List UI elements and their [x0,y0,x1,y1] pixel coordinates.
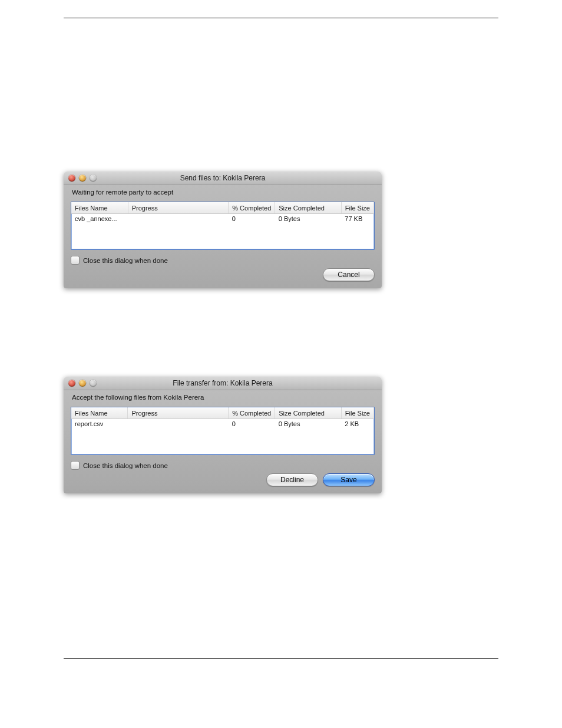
cell-filename: cvb _annexe... [71,214,128,224]
col-file-size[interactable]: File Size [341,407,373,419]
close-when-done-label: Close this dialog when done [83,257,168,264]
cell-pct-completed: 0 [229,419,275,429]
col-filename[interactable]: Files Name [71,202,128,214]
zoom-icon[interactable] [90,380,97,387]
minimize-icon[interactable] [79,174,86,182]
cancel-button[interactable]: Cancel [323,268,375,281]
bottom-rule [64,658,498,659]
window-title: Send files to: Kokila Perera [64,174,382,182]
cell-pct-completed: 0 [229,214,275,224]
window-controls [64,380,97,387]
save-button[interactable]: Save [323,473,375,486]
titlebar[interactable]: Send files to: Kokila Perera [64,172,382,185]
col-pct-completed[interactable]: % Completed [229,407,275,419]
col-pct-completed[interactable]: % Completed [229,202,275,214]
window-controls [64,174,97,182]
decline-button[interactable]: Decline [266,473,318,486]
close-icon[interactable] [68,380,75,387]
col-filename[interactable]: Files Name [71,407,128,419]
status-text: Accept the following files from Kokila P… [72,394,375,401]
receive-files-dialog: File transfer from: Kokila Perera Accept… [64,377,382,493]
cell-size-completed: 0 Bytes [275,419,342,429]
close-when-done-checkbox[interactable] [71,256,80,265]
table-header-row: Files Name Progress % Completed Size Com… [71,202,374,214]
close-when-done-checkbox[interactable] [71,461,80,470]
cell-progress [128,419,229,429]
window-title: File transfer from: Kokila Perera [64,379,382,387]
col-progress[interactable]: Progress [128,407,229,419]
col-progress[interactable]: Progress [128,202,229,214]
file-table: Files Name Progress % Completed Size Com… [71,202,375,250]
close-when-done-label: Close this dialog when done [83,462,168,469]
col-size-completed[interactable]: Size Completed [275,407,342,419]
col-file-size[interactable]: File Size [341,202,373,214]
cell-filename: report.csv [71,419,128,429]
zoom-icon[interactable] [90,174,97,182]
cell-size-completed: 0 Bytes [275,214,342,224]
send-files-dialog: Send files to: Kokila Perera Waiting for… [64,172,382,288]
table-row[interactable]: cvb _annexe... 0 0 Bytes 77 KB [71,214,374,224]
close-icon[interactable] [68,174,75,182]
cell-file-size: 77 KB [341,214,373,224]
status-text: Waiting for remote party to accept [72,189,375,196]
minimize-icon[interactable] [79,380,86,387]
titlebar[interactable]: File transfer from: Kokila Perera [64,377,382,390]
col-size-completed[interactable]: Size Completed [275,202,342,214]
table-row[interactable]: report.csv 0 0 Bytes 2 KB [71,419,374,429]
table-header-row: Files Name Progress % Completed Size Com… [71,407,374,419]
cell-file-size: 2 KB [341,419,373,429]
cell-progress [128,214,229,224]
file-table: Files Name Progress % Completed Size Com… [71,407,375,455]
